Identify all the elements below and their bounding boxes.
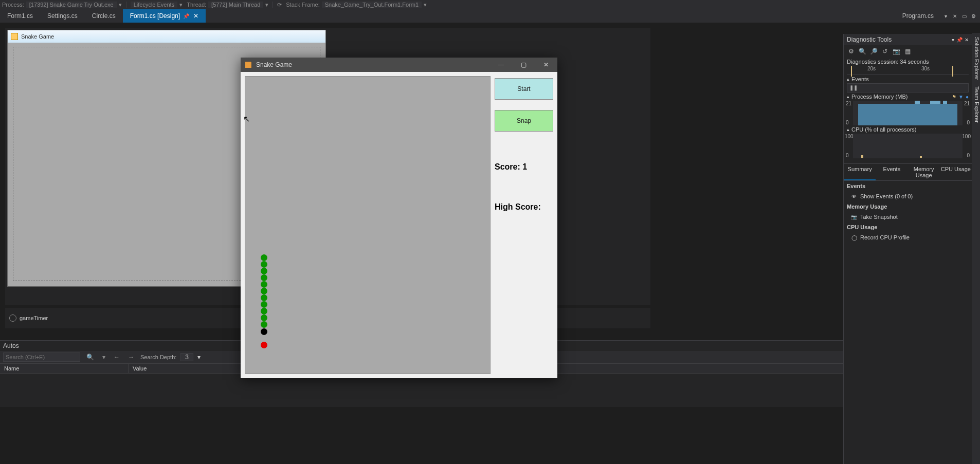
chevron-down-icon[interactable]: ▾ bbox=[197, 354, 201, 361]
time-marker-start bbox=[851, 66, 852, 77]
search-icon[interactable]: 🔍 bbox=[84, 354, 96, 361]
gear-icon[interactable]: ⚙ bbox=[970, 12, 977, 20]
chevron-down-icon[interactable]: ▾ bbox=[179, 2, 183, 8]
diagnostic-tools-panel: Diagnostic Tools ▾📌✕ ⚙ 🔍 🔎 ↺ 📷 ▦ Diagnos… bbox=[843, 34, 972, 464]
timer-icon[interactable] bbox=[9, 314, 16, 322]
zoom-in-icon[interactable]: 🔍 bbox=[858, 47, 866, 55]
search-depth-label: Search Depth: bbox=[140, 354, 176, 360]
designer-form-title: Snake Game bbox=[21, 33, 54, 40]
process-value[interactable]: [17392] Snake Game Try Out.exe bbox=[26, 2, 117, 8]
chevron-down-icon[interactable]: ▾ bbox=[424, 2, 427, 8]
pin-icon[interactable]: 📌 bbox=[183, 13, 189, 19]
start-button[interactable]: Start bbox=[495, 78, 553, 100]
col-name[interactable]: Name bbox=[0, 364, 129, 373]
pause-marker-icon: ❚❚ bbox=[849, 85, 858, 90]
stack-label: Stack Frame: bbox=[286, 2, 319, 8]
team-explorer-tab[interactable]: Team Explorer bbox=[972, 86, 980, 123]
close-all-icon[interactable]: ✕ bbox=[951, 12, 958, 20]
process-label: Process: bbox=[2, 2, 24, 8]
minimize-button[interactable]: — bbox=[489, 58, 512, 72]
close-icon[interactable]: ✕ bbox=[965, 37, 969, 43]
diag-tab-events[interactable]: Events bbox=[876, 164, 908, 180]
solution-explorer-tab[interactable]: Solution Explorer bbox=[972, 37, 980, 80]
record-cpu-link[interactable]: ◯Record CPU Profile bbox=[844, 232, 972, 243]
forward-icon[interactable]: → bbox=[126, 354, 136, 361]
collapse-icon[interactable]: ▴ bbox=[847, 94, 849, 99]
snake-segment bbox=[261, 308, 267, 314]
maximize-button[interactable]: ▢ bbox=[512, 58, 535, 72]
document-tab-circlecs[interactable]: Circle.cs bbox=[85, 9, 123, 23]
snapshot-icon[interactable]: 📷 bbox=[892, 47, 900, 55]
document-tab-settingscs[interactable]: Settings.cs bbox=[40, 9, 85, 23]
search-depth-value[interactable]: 3 bbox=[180, 353, 193, 361]
sync-icon[interactable]: ⟳ bbox=[277, 2, 282, 8]
snap-button[interactable]: Snap bbox=[495, 110, 553, 132]
chevron-down-icon[interactable]: ▾ bbox=[265, 2, 268, 8]
dot-icon[interactable]: ● bbox=[966, 94, 969, 100]
warning-icon[interactable]: ⚑ bbox=[952, 94, 956, 100]
cpu-axis-min: 0 bbox=[846, 153, 849, 158]
diag-title: Diagnostic Tools bbox=[847, 36, 892, 43]
mem-axis-min: 0 bbox=[846, 120, 849, 125]
document-tab-form1cs[interactable]: Form1.cs bbox=[0, 9, 40, 23]
snake-segment bbox=[261, 314, 267, 321]
snake-segment bbox=[261, 268, 267, 274]
ruler-tick: 20s bbox=[867, 66, 876, 71]
score-label: Score: 1 bbox=[495, 162, 553, 172]
events-sub-header: Events bbox=[844, 181, 972, 191]
split-icon[interactable]: ▭ bbox=[960, 12, 968, 20]
document-tab-programcs[interactable]: Program.cs bbox=[897, 9, 939, 23]
diag-time-ruler[interactable]: 20s 30s bbox=[847, 66, 969, 75]
diag-session-text: Diagnostics session: 34 seconds bbox=[844, 58, 972, 66]
snake-segment bbox=[261, 288, 267, 294]
lifecycle-chip[interactable]: Lifecycle Events bbox=[131, 2, 177, 8]
zoom-out-icon[interactable]: 🔎 bbox=[869, 47, 878, 55]
events-section-header: Events bbox=[851, 76, 869, 82]
document-tab-form1-design[interactable]: Form1.cs [Design]📌✕ bbox=[123, 9, 206, 23]
events-track[interactable]: ❚❚ bbox=[847, 83, 969, 92]
diag-tab-memory[interactable]: Memory Usage bbox=[908, 164, 940, 180]
snake-segment bbox=[261, 301, 267, 308]
snake-segment bbox=[261, 294, 267, 301]
collapse-icon[interactable]: ▴ bbox=[847, 127, 849, 132]
stack-value[interactable]: Snake_Game_Try_Out.Form1.Form1 bbox=[322, 2, 422, 8]
close-icon[interactable]: ✕ bbox=[193, 12, 198, 20]
snake-segment bbox=[261, 254, 267, 261]
view-icon[interactable]: ▦ bbox=[903, 47, 912, 55]
pin-icon[interactable]: 📌 bbox=[956, 37, 963, 43]
thread-value[interactable]: [5772] Main Thread bbox=[208, 2, 263, 8]
take-snapshot-link[interactable]: 📷Take Snapshot bbox=[844, 212, 972, 222]
memory-section-header: Process Memory (MB) bbox=[851, 94, 908, 100]
cpu-section-header: CPU (% of all processors) bbox=[851, 126, 917, 133]
component-gameTimer[interactable]: gameTimer bbox=[20, 315, 48, 321]
chevron-down-icon[interactable]: ▾ bbox=[942, 12, 949, 20]
game-canvas[interactable] bbox=[245, 76, 491, 374]
mem-axis-min-r: 0 bbox=[967, 120, 970, 125]
cpu-chart[interactable] bbox=[853, 134, 963, 158]
autos-title: Autos bbox=[3, 342, 19, 349]
show-events-link[interactable]: 👁Show Events (0 of 0) bbox=[844, 191, 972, 201]
chevron-down-icon[interactable]: ▾ bbox=[119, 2, 122, 8]
back-icon[interactable]: ← bbox=[112, 354, 122, 361]
diag-tab-summary[interactable]: Summary bbox=[844, 164, 876, 180]
time-marker-end bbox=[952, 66, 953, 77]
chevron-down-icon[interactable]: ▾ bbox=[952, 37, 954, 43]
diag-tabs: Summary Events Memory Usage CPU Usage bbox=[844, 163, 972, 181]
autos-search-input[interactable] bbox=[3, 352, 80, 362]
record-icon: ◯ bbox=[851, 234, 857, 240]
snake-segment bbox=[261, 281, 267, 288]
diag-tab-cpu[interactable]: CPU Usage bbox=[940, 164, 972, 180]
gear-icon[interactable]: ⚙ bbox=[847, 47, 855, 55]
reset-zoom-icon[interactable]: ↺ bbox=[881, 47, 889, 55]
camera-icon: 📷 bbox=[851, 214, 857, 220]
cpu-axis-max: 100 bbox=[845, 134, 854, 139]
chevron-down-icon[interactable]: ▾ bbox=[100, 354, 107, 361]
mem-axis-max-r: 21 bbox=[964, 101, 970, 106]
memory-chart[interactable] bbox=[853, 101, 963, 125]
diag-toolbar: ⚙ 🔍 🔎 ↺ 📷 ▦ bbox=[844, 45, 972, 58]
filter-down-icon[interactable]: ▼ bbox=[958, 94, 964, 100]
app-titlebar[interactable]: Snake Game — ▢ ✕ bbox=[241, 58, 557, 72]
close-button[interactable]: ✕ bbox=[535, 58, 557, 72]
collapse-icon[interactable]: ▴ bbox=[847, 77, 849, 82]
eye-icon: 👁 bbox=[851, 193, 857, 199]
